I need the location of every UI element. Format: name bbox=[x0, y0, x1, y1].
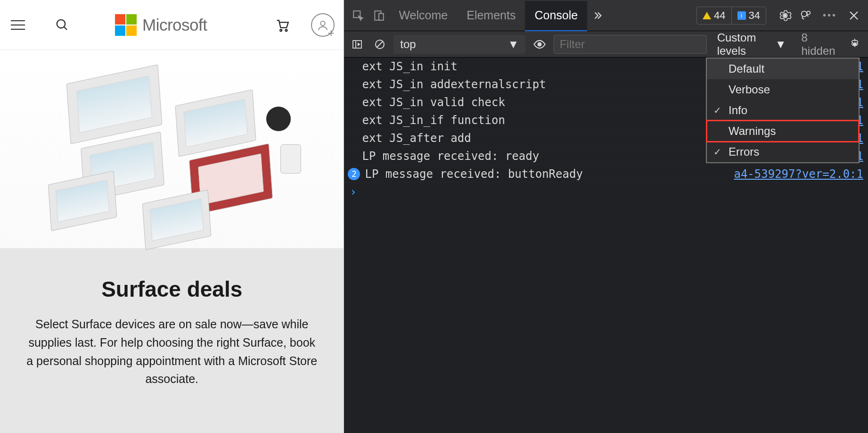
hidden-messages-count: 8 hidden bbox=[797, 31, 841, 58]
eye-icon bbox=[533, 38, 546, 51]
tab-elements[interactable]: Elements bbox=[457, 0, 525, 31]
console-toolbar: top ▼ Custom levels ▼ 8 hidden bbox=[344, 31, 868, 58]
context-selector[interactable]: top ▼ bbox=[393, 35, 525, 54]
more-tabs-button[interactable] bbox=[587, 5, 608, 26]
chevron-down-icon: ▼ bbox=[775, 38, 786, 51]
levels-menu: ✓Default ✓Verbose ✓Info ✓Warnings ✓Error… bbox=[706, 58, 860, 163]
promo-section: Surface deals Select Surface devices are… bbox=[0, 248, 344, 433]
svg-point-0 bbox=[57, 19, 66, 28]
website-viewport: Microsoft Surface deals Select Surface d… bbox=[0, 0, 344, 433]
gear-icon bbox=[849, 38, 861, 50]
user-icon bbox=[311, 13, 335, 37]
close-devtools-button[interactable] bbox=[843, 5, 864, 26]
log-message: ext JS_in valid check bbox=[362, 96, 756, 109]
log-message: ext JS_after add bbox=[362, 132, 756, 145]
close-icon bbox=[848, 10, 860, 21]
info-icon: i bbox=[737, 11, 746, 20]
issues-badge-group[interactable]: 44 i 34 bbox=[696, 7, 766, 25]
promo-description: Select Surface devices are on sale now—s… bbox=[24, 315, 320, 388]
log-message: LP message received: buttonReady bbox=[365, 167, 729, 181]
console-prompt[interactable]: › bbox=[344, 183, 868, 201]
levels-option-verbose[interactable]: ✓Verbose bbox=[707, 79, 859, 100]
headphones-icon bbox=[266, 107, 291, 131]
clear-console-button[interactable] bbox=[371, 34, 388, 55]
live-expression-button[interactable] bbox=[531, 34, 548, 55]
microsoft-logo-icon bbox=[115, 14, 137, 36]
console-settings-button[interactable] bbox=[847, 34, 863, 55]
feedback-button[interactable] bbox=[795, 5, 816, 26]
toggle-sidebar-button[interactable] bbox=[349, 34, 365, 55]
log-message: ext JS_in init bbox=[362, 60, 756, 73]
log-levels-dropdown[interactable]: Custom levels ▼ bbox=[712, 31, 791, 58]
levels-option-info[interactable]: ✓Info bbox=[707, 100, 859, 121]
log-count-badge: 2 bbox=[348, 168, 360, 180]
site-header: Microsoft bbox=[0, 0, 344, 50]
svg-point-2 bbox=[280, 29, 282, 31]
info-badge[interactable]: i 34 bbox=[731, 7, 766, 24]
info-count: 34 bbox=[749, 9, 760, 22]
device-toolbar-button[interactable] bbox=[368, 5, 389, 26]
chevron-down-icon: ▼ bbox=[508, 38, 519, 51]
levels-option-errors[interactable]: ✓Errors bbox=[707, 142, 859, 162]
cart-icon bbox=[274, 17, 290, 33]
filter-input[interactable] bbox=[554, 35, 707, 54]
sidebar-icon bbox=[352, 39, 363, 50]
cart-button[interactable] bbox=[269, 12, 295, 38]
search-button[interactable] bbox=[52, 15, 73, 35]
svg-point-11 bbox=[802, 11, 807, 17]
console-output: ext JS_in init.jsonp?v=2.0&d1ext JS_in a… bbox=[344, 58, 868, 433]
warning-icon bbox=[703, 12, 711, 19]
tab-welcome[interactable]: Welcome bbox=[389, 0, 457, 31]
svg-point-10 bbox=[783, 14, 786, 17]
gear-icon bbox=[778, 9, 792, 22]
signin-button[interactable] bbox=[310, 12, 336, 38]
chevron-right-icon: › bbox=[350, 185, 356, 199]
chevron-double-right-icon bbox=[592, 10, 603, 21]
tab-console[interactable]: Console bbox=[525, 1, 587, 32]
devtools-panel: Welcome Elements Console 44 i 34 ••• bbox=[344, 0, 868, 433]
warnings-count: 44 bbox=[714, 9, 725, 22]
svg-line-18 bbox=[377, 42, 383, 47]
search-icon bbox=[55, 18, 69, 32]
inspect-icon bbox=[352, 9, 364, 22]
microsoft-logo[interactable]: Microsoft bbox=[115, 14, 255, 36]
log-message: ext JS_in addexternalscript bbox=[362, 78, 756, 91]
context-value: top bbox=[400, 38, 416, 51]
levels-label: Custom levels bbox=[717, 31, 771, 58]
hero-image bbox=[0, 50, 344, 248]
promo-title: Surface deals bbox=[24, 276, 320, 302]
speaker-icon bbox=[280, 144, 301, 174]
svg-point-12 bbox=[807, 11, 810, 14]
svg-point-3 bbox=[286, 29, 287, 31]
devtools-tabbar: Welcome Elements Console 44 i 34 ••• bbox=[344, 0, 868, 31]
microsoft-wordmark: Microsoft bbox=[142, 16, 207, 34]
svg-point-4 bbox=[321, 21, 325, 25]
menu-button[interactable] bbox=[8, 15, 28, 35]
levels-option-warnings[interactable]: ✓Warnings bbox=[707, 121, 859, 142]
inspect-element-button[interactable] bbox=[348, 5, 368, 26]
device-icon bbox=[373, 9, 385, 22]
warnings-badge[interactable]: 44 bbox=[697, 7, 731, 24]
hamburger-icon bbox=[11, 20, 25, 30]
feedback-icon bbox=[799, 9, 812, 22]
svg-point-19 bbox=[538, 42, 541, 46]
settings-button[interactable] bbox=[775, 5, 795, 26]
levels-option-default[interactable]: ✓Default bbox=[707, 58, 859, 79]
console-log-row[interactable]: 2LP message received: buttonReadya4-5392… bbox=[344, 165, 868, 183]
log-source-link[interactable]: a4-539297?ver=2.0:1 bbox=[734, 167, 863, 181]
svg-rect-9 bbox=[379, 13, 384, 20]
clear-icon bbox=[374, 39, 385, 50]
log-message: ext JS_in_if function bbox=[362, 114, 756, 127]
kebab-menu[interactable]: ••• bbox=[816, 10, 843, 21]
svg-line-1 bbox=[64, 26, 67, 29]
